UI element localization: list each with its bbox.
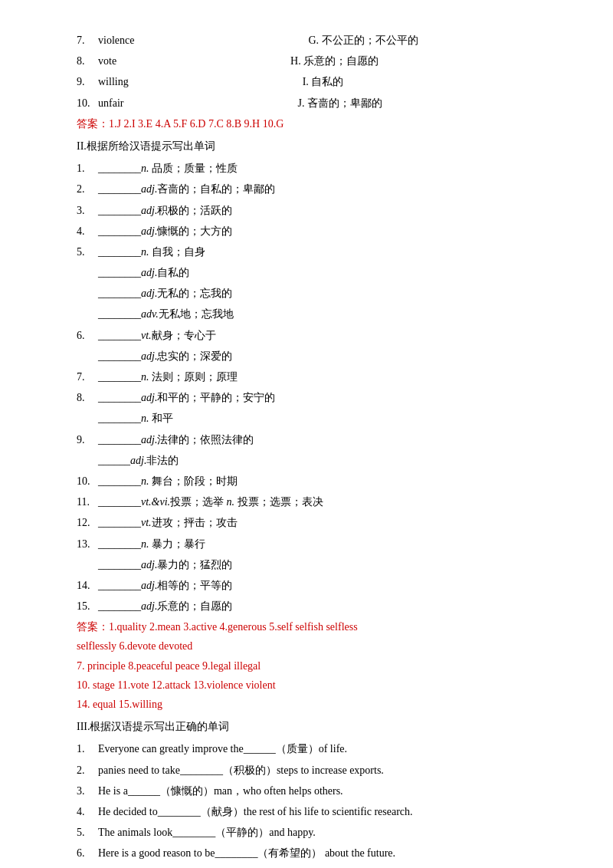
item-content: ________vt.进攻；抨击；攻击: [98, 513, 552, 532]
word-text: violence: [98, 35, 134, 46]
item-number: 1.: [77, 159, 98, 178]
item-number: [77, 284, 98, 303]
item-content: He is a______（慷慨的）man，who often helps ot…: [98, 781, 552, 801]
item-content: ________vt.&vi.投票；选举 n. 投票；选票；表决: [98, 492, 552, 511]
section2-answer: 答案：1.quality 2.mean 3.active 4.generous …: [77, 617, 552, 636]
item-number: 4.: [77, 222, 98, 241]
item-content: ________adj.乐意的；自愿的: [98, 597, 552, 616]
item-number: 4.: [77, 802, 98, 821]
meaning: 自私的: [311, 76, 343, 87]
answer-line1: 1.quality 2.mean 3.active 4.generous 5.s…: [109, 621, 358, 633]
s2-item-6-sub1: ________adj.忠实的；深爱的: [77, 347, 552, 366]
item-number: 3.: [77, 201, 98, 220]
item-number: 2.: [77, 179, 98, 199]
section2: II.根据所给汉语提示写出单词 1. ________n. 品质；质量；性质 2…: [77, 136, 552, 714]
item-content: ________adj.忠实的；深爱的: [98, 347, 552, 366]
s2-item-13: 13. ________n. 暴力；暴行: [77, 534, 552, 554]
item-content: He decided to________（献身）the rest of his…: [98, 802, 552, 821]
section1-answer: 答案： 1.J 2.I 3.E 4.A 5.F 6.D 7.C 8.B 9.H …: [77, 114, 552, 133]
letter: I.: [303, 76, 309, 87]
item-content: ______adj.非法的: [98, 451, 552, 470]
letter: H.: [290, 55, 301, 67]
letter: G.: [308, 35, 319, 46]
s2-item-8-sub1: ________n. 和平: [77, 409, 552, 428]
item-content: The animals look________（平静的）and happy.: [98, 823, 552, 842]
item-content: ________n. 法则；原则；原理: [98, 367, 552, 386]
s2-item-10: 10. ________n. 舞台；阶段；时期: [77, 472, 552, 491]
s2-item-7: 7. ________n. 法则；原则；原理: [77, 367, 552, 386]
s2-item-11: 11. ________vt.&vi.投票；选举 n. 投票；选票；表决: [77, 492, 552, 511]
section3-header: III.根据汉语提示写出正确的单词: [77, 717, 552, 736]
item-number: [77, 263, 98, 282]
item-number: 10.: [77, 472, 98, 491]
item-number: 8.: [77, 51, 98, 71]
s3-item-1: 1. Everyone can greatly improve the_____…: [77, 739, 552, 758]
section2-answer-line2: selflessly 6.devote devoted: [77, 636, 552, 656]
item-content: panies need to take________（积极的）steps to…: [98, 761, 552, 780]
item-content: ________n. 暴力；暴行: [98, 534, 552, 554]
meaning: 不公正的；不公平的: [322, 35, 418, 46]
word-text: willing: [98, 76, 129, 87]
item-number: 10.: [77, 94, 98, 113]
s2-item-12: 12. ________vt.进攻；抨击；攻击: [77, 513, 552, 532]
s2-item-14: 14. ________adj.相等的；平等的: [77, 576, 552, 595]
item-number: [77, 555, 98, 574]
item-content: ________adj.相等的；平等的: [98, 576, 552, 595]
section2-answer-line3: 7. principle 8.peaceful peace 9.legal il…: [77, 656, 552, 676]
s2-item-5: 5. ________n. 自我；自身: [77, 242, 552, 261]
item-number: 1.: [77, 739, 98, 758]
s2-item-6: 6. ________vt.献身；专心于: [77, 326, 552, 345]
meaning: 吝啬的；卑鄙的: [307, 97, 382, 109]
vocab-item-9: 9. willing I. 自私的: [77, 72, 552, 91]
item-content: ________adj.积极的；活跃的: [98, 201, 552, 220]
item-number: 5.: [77, 242, 98, 261]
item-number: [77, 304, 98, 324]
s2-item-9-sub1: ______adj.非法的: [77, 451, 552, 470]
item-word: unfair J. 吝啬的；卑鄙的: [98, 94, 552, 113]
item-content: ________n. 和平: [98, 409, 552, 428]
s3-item-3: 3. He is a______（慷慨的）man，who often helps…: [77, 781, 552, 801]
item-content: Here is a good reason to be________（有希望的…: [98, 843, 552, 863]
answer-text: selflessly 6.devote devoted: [77, 640, 192, 652]
item-number: 11.: [77, 492, 98, 511]
s2-item-5-sub2: ________adj.无私的；忘我的: [77, 284, 552, 303]
s2-item-8: 8. ________adj.和平的；平静的；安宁的: [77, 388, 552, 407]
s2-item-5-sub3: ________adv.无私地；忘我地: [77, 304, 552, 324]
vocab-item-10: 10. unfair J. 吝啬的；卑鄙的: [77, 94, 552, 113]
word-text: vote: [98, 55, 116, 67]
item-number: 9.: [77, 72, 98, 91]
item-number: [77, 347, 98, 366]
item-word: willing I. 自私的: [98, 72, 552, 91]
s2-item-5-sub1: ________adj.自私的: [77, 263, 552, 282]
item-number: 13.: [77, 534, 98, 554]
item-number: 3.: [77, 781, 98, 801]
s3-item-5: 5. The animals look________（平静的）and happ…: [77, 823, 552, 842]
item-content: ________n. 自我；自身: [98, 242, 552, 261]
section2-answer-line4: 10. stage 11.vote 12.attack 13.violence …: [77, 676, 552, 695]
s3-item-6: 6. Here is a good reason to be________（有…: [77, 843, 552, 863]
s2-item-9: 9. ________adj.法律的；依照法律的: [77, 430, 552, 449]
vocabulary-matching-section: 7. violence G. 不公正的；不公平的 8. vote H. 乐意的；…: [77, 31, 552, 133]
item-content: ________adj.无私的；忘我的: [98, 284, 552, 303]
item-number: 7.: [77, 367, 98, 386]
answer-text: 1.J 2.I 3.E 4.A 5.F 6.D 7.C 8.B 9.H 10.G: [109, 114, 284, 133]
item-number: 12.: [77, 513, 98, 532]
item-number: [77, 409, 98, 428]
section2-answer-line5: 14. equal 15.willing: [77, 695, 552, 714]
item-content: ________n. 舞台；阶段；时期: [98, 472, 552, 491]
vocab-item-7: 7. violence G. 不公正的；不公平的: [77, 31, 552, 50]
answer-text: 7. principle 8.peaceful peace 9.legal il…: [77, 660, 261, 672]
section3: III.根据汉语提示写出正确的单词 1. Everyone can greatl…: [77, 717, 552, 868]
vocab-item-8: 8. vote H. 乐意的；自愿的: [77, 51, 552, 71]
answer-label: 答案：: [77, 621, 109, 633]
item-number: 5.: [77, 823, 98, 842]
item-content: ________adj.吝啬的；自私的；卑鄙的: [98, 179, 552, 199]
item-number: 7.: [77, 865, 98, 869]
letter: J.: [297, 97, 304, 109]
item-number: 9.: [77, 430, 98, 449]
item-number: 6.: [77, 843, 98, 863]
item-number: 6.: [77, 326, 98, 345]
item-number: 8.: [77, 388, 98, 407]
s2-item-2: 2. ________adj.吝啬的；自私的；卑鄙的: [77, 179, 552, 199]
answer-text: 10. stage 11.vote 12.attack 13.violence …: [77, 679, 276, 691]
